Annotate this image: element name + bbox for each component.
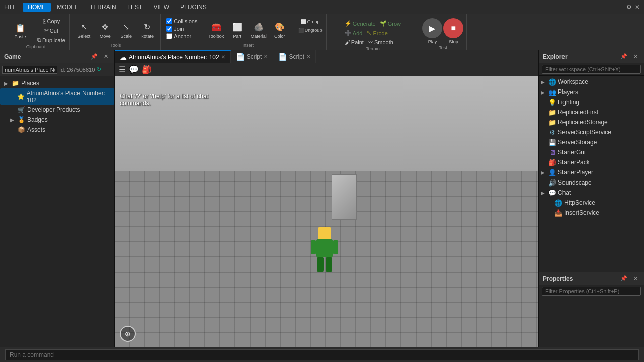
tab-place-102[interactable]: ☁ AtriumAtrius's Place Number: 102 ✕ — [115, 50, 231, 63]
erode-button[interactable]: ⛏ Erode — [365, 29, 388, 37]
nav-home[interactable]: HOME — [23, 3, 51, 12]
tree-item-place-102[interactable]: ⭐ AtriumAtrius's Place Number: 102 — [0, 88, 114, 105]
part-button[interactable]: ⬜ Part — [227, 21, 248, 40]
command-input[interactable] — [5, 349, 639, 360]
sss-label: ServerScriptService — [558, 129, 611, 136]
right-panel: Explorer 📌 ✕ ▶ 🌐 Workspace ▶ 👥 Players — [538, 50, 644, 347]
stop-button[interactable]: ■ Stop — [443, 17, 463, 45]
explorer-header-icons: 📌 ✕ — [618, 53, 640, 60]
grow-button[interactable]: 🌱 Grow — [379, 19, 402, 28]
settings-icon[interactable]: ⚙ — [626, 4, 632, 11]
exp-replicated-first[interactable]: 📁 ReplicatedFirst — [539, 107, 644, 117]
exp-soundscape[interactable]: 🔊 Soundscape — [539, 177, 644, 188]
duplicate-button[interactable]: ⧉ Duplicate — [36, 36, 66, 44]
ungroup-button[interactable]: ⬛ Ungroup — [297, 27, 324, 34]
tree-item-dev-products[interactable]: 🛒 Developer Products — [0, 105, 114, 115]
play-button[interactable]: ▶ Play — [422, 17, 442, 45]
place-102-label: AtriumAtrius's Place Number: 102 — [27, 89, 112, 104]
smooth-terrain-button[interactable]: 〰 Smooth — [367, 38, 394, 46]
hamburger-icon[interactable]: ☰ — [119, 65, 126, 74]
exp-workspace[interactable]: ▶ 🌐 Workspace — [539, 77, 644, 87]
left-panel-close-button[interactable]: ✕ — [102, 53, 110, 60]
left-panel-pin-button[interactable]: 📌 — [89, 53, 100, 60]
collisions-checkbox[interactable] — [166, 18, 172, 24]
terrain-buttons: ⚡ Generate 🌱 Grow ➕ Add ⛏ Erode — [344, 15, 402, 46]
workspace-label: Workspace — [558, 78, 588, 85]
generate-button[interactable]: ⚡ Generate — [344, 19, 377, 28]
properties-close-button[interactable]: ✕ — [631, 275, 640, 282]
explorer-pin-button[interactable]: 📌 — [618, 53, 629, 60]
rotate-button[interactable]: ↻ Rotate — [137, 21, 157, 40]
scale-button[interactable]: ⤡ Scale — [116, 21, 136, 40]
exp-starter-pack[interactable]: 🎒 StarterPack — [539, 157, 644, 167]
material-button[interactable]: 🪨 Material — [249, 21, 269, 40]
move-button[interactable]: ✥ Move — [95, 21, 115, 40]
properties-title: Properties — [543, 275, 573, 282]
backpack-icon[interactable]: 🎒 — [142, 65, 152, 74]
exp-insert-service[interactable]: 📥 InsertService — [539, 208, 644, 218]
exp-server-script-service[interactable]: ⚙ ServerScriptService — [539, 127, 644, 137]
exp-starter-player[interactable]: ▶ 👤 StarterPlayer — [539, 167, 644, 177]
anchor-checkbox[interactable] — [166, 33, 172, 39]
copy-button[interactable]: ⎘ Copy — [36, 17, 66, 25]
exp-players[interactable]: ▶ 👥 Players — [539, 87, 644, 97]
tab-script2-close[interactable]: ✕ — [306, 54, 310, 59]
anchor-check[interactable]: Anchor — [166, 33, 197, 39]
cut-button[interactable]: ✂ Cut — [36, 26, 66, 35]
nav-view[interactable]: VIEW — [148, 3, 174, 12]
tree-item-places[interactable]: ▶ 📁 Places — [0, 78, 114, 88]
exp-replicated-storage[interactable]: 📁 ReplicatedStorage — [539, 117, 644, 127]
close-icon[interactable]: ✕ — [635, 4, 640, 11]
explorer-search-input[interactable] — [542, 65, 641, 74]
file-menu[interactable]: FILE — [4, 4, 17, 11]
select-button[interactable]: ↖ Select — [74, 21, 94, 40]
nav-model[interactable]: MODEL — [52, 3, 84, 12]
stop-btn-circle[interactable]: ■ — [443, 18, 463, 38]
properties-pin-button[interactable]: 📌 — [618, 275, 629, 282]
left-tree: ▶ 📁 Places ⭐ AtriumAtrius's Place Number… — [0, 76, 114, 347]
chat-line-2: commands. — [120, 100, 208, 107]
chat-icon[interactable]: 💬 — [129, 65, 139, 74]
play-btn-circle[interactable]: ▶ — [422, 18, 442, 38]
color-button[interactable]: 🎨 Color — [270, 21, 290, 40]
exp-http-service[interactable]: 🌐 HttpService — [539, 198, 644, 208]
tab-script-2[interactable]: 📄 Script ✕ — [273, 50, 316, 63]
exp-lighting[interactable]: 💡 Lighting — [539, 97, 644, 107]
join-checkbox[interactable] — [166, 26, 172, 32]
nav-test[interactable]: TEST — [122, 3, 148, 12]
toolbox-button[interactable]: 🧰 Toolbox — [206, 21, 226, 40]
instance-name-input[interactable] — [2, 66, 57, 74]
terrain-section: ⚡ Generate 🌱 Grow ➕ Add ⛏ Erode — [328, 14, 418, 50]
insert-buttons: 🧰 Toolbox ⬜ Part 🪨 Material 🎨 Color — [206, 15, 290, 43]
nav-terrain[interactable]: TERRAIN — [85, 3, 121, 12]
collisions-check[interactable]: Collisions — [166, 18, 197, 24]
tab-script-1[interactable]: 📄 Script ✕ — [231, 50, 274, 63]
tools-buttons: ↖ Select ✥ Move ⤡ Scale ↻ Rotate — [74, 15, 157, 43]
tree-item-badges[interactable]: ▶ 🏅 Badges — [0, 115, 114, 125]
starter-gui-label: StarterGui — [558, 149, 586, 156]
join-check[interactable]: Join — [166, 26, 197, 32]
add-terrain-button[interactable]: ➕ Add — [344, 29, 364, 37]
exp-starter-gui[interactable]: 🖥 StarterGui — [539, 147, 644, 157]
workspace-arrow: ▶ — [541, 79, 547, 85]
paste-button[interactable]: 📋 Paste — [5, 21, 35, 40]
exp-chat[interactable]: ▶ 💬 Chat — [539, 188, 644, 198]
explorer-title: Explorer — [543, 53, 568, 60]
group-button[interactable]: ⬜ Group — [297, 18, 324, 25]
paint-terrain-button[interactable]: 🖌 Paint — [344, 38, 365, 46]
nav-plugins[interactable]: PLUGINS — [175, 3, 212, 12]
toolbar: 📋 Paste ⎘ Copy ✂ Cut ⧉ Duplicate Clipboa… — [0, 14, 644, 50]
group-icon: ⬜ — [301, 19, 306, 24]
place-102-icon: ⭐ — [17, 93, 24, 101]
exp-server-storage[interactable]: 💾 ServerStorage — [539, 137, 644, 147]
char-leg-left — [317, 257, 324, 272]
properties-search-input[interactable] — [542, 287, 641, 296]
explorer-close-button[interactable]: ✕ — [631, 53, 640, 60]
viewport[interactable]: Player1 Player1 — [115, 76, 538, 347]
refresh-icon[interactable]: ↻ — [97, 66, 101, 73]
tab-script1-close[interactable]: ✕ — [264, 54, 268, 59]
tab-place-close[interactable]: ✕ — [221, 54, 225, 60]
model-checks: Collisions Join Anchor — [166, 15, 197, 39]
add-terrain-icon: ➕ — [345, 30, 352, 36]
tree-item-assets[interactable]: 📦 Assets — [0, 125, 114, 135]
